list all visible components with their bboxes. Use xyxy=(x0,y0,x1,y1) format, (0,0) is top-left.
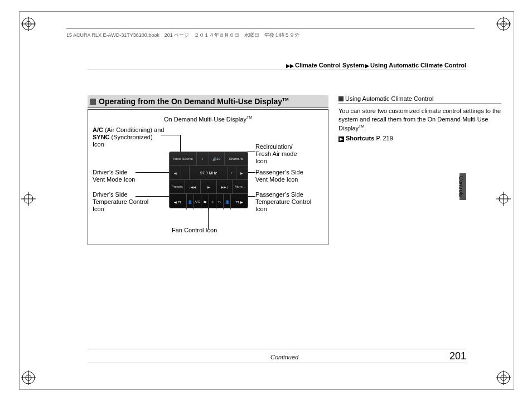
frequency-readout: 97.9 MHz xyxy=(190,166,228,179)
sync-icon[interactable]: ⇆ xyxy=(201,194,209,209)
registration-mark xyxy=(21,17,36,31)
fan-icon[interactable]: ✢ xyxy=(209,194,216,209)
play-button[interactable]: ▶ xyxy=(201,180,216,193)
registration-mark xyxy=(496,17,511,31)
screen-top-row: Audio Source ⟟ 🔊10 Shortcuts xyxy=(170,152,248,166)
driver-vent-icon[interactable]: 👤 xyxy=(187,194,194,209)
callout-driver-temp: Driver’s Side Temperature Control Icon xyxy=(93,191,159,213)
seek-left-button[interactable]: ◀ xyxy=(170,166,181,179)
next-track-button[interactable]: ▶▶| xyxy=(217,180,233,193)
tm-superscript: TM xyxy=(359,124,364,128)
screen-climate-row: ◀ 73 👤 A/C ⇆ ✢ ↻ 👤 73 ▶ xyxy=(170,194,248,209)
tm-superscript: TM xyxy=(246,115,252,119)
passenger-vent-icon[interactable]: 👤 xyxy=(224,194,231,209)
callout-pass-temp: Passenger’s Side Temperature Control Ico… xyxy=(255,191,322,213)
section-heading: Operating from the On Demand Multi-Use D… xyxy=(88,95,328,108)
crosshair-target xyxy=(496,192,511,206)
callout-fan: Fan Control Icon xyxy=(172,227,217,234)
screen-freq-row: ◀ – 97.9 MHz + ▶ xyxy=(170,166,248,180)
volume-value: 10 xyxy=(216,157,220,160)
continued-label: Continued xyxy=(270,354,298,360)
section-title-text: Operating from the On Demand Multi-Use D… xyxy=(99,97,282,106)
sidebar-column: Using Automatic Climate Control You can … xyxy=(338,95,501,143)
square-bullet-icon xyxy=(90,99,96,105)
screen-media-row: Presets |◀◀ ▶ ▶▶| More... xyxy=(170,180,248,194)
passenger-temp-control[interactable]: 73 ▶ xyxy=(231,194,248,209)
breadcrumb-rule xyxy=(88,70,466,70)
sidebar-glyph-icon xyxy=(338,96,344,101)
recirc-icon[interactable]: ↻ xyxy=(216,194,224,209)
leader-line xyxy=(247,152,255,152)
page-frame: 15 ACURA RLX E-AWD-31TY36100.book 201 ペー… xyxy=(19,11,514,390)
footer-rule-2 xyxy=(88,363,466,363)
header-rule xyxy=(66,28,475,29)
arrow-icon: ▶▶ xyxy=(286,63,294,69)
callout-driver-vent: Driver’s Side Vent Mode Icon xyxy=(93,169,159,183)
arrow-icon: ▶ xyxy=(365,63,369,69)
sidebar-period: . xyxy=(364,124,366,131)
more-button[interactable]: More... xyxy=(233,180,248,193)
volume-indicator: 🔊10 xyxy=(209,152,225,165)
sidebar-heading: Using Automatic Climate Control xyxy=(338,95,501,104)
sidebar-link: ▶Shortcuts P. 219 xyxy=(338,134,501,143)
figure-title-text: On Demand Multi-Use Display xyxy=(164,116,246,123)
link-label: Shortcuts xyxy=(346,135,374,142)
odmd-screen: Audio Source ⟟ 🔊10 Shortcuts ◀ – 97.9 MH… xyxy=(169,152,248,208)
footer-rule xyxy=(88,349,466,349)
tm-superscript: TM xyxy=(282,97,289,102)
seek-right-button[interactable]: ▶ xyxy=(236,166,248,179)
audio-source-button[interactable]: Audio Source xyxy=(170,152,197,165)
link-page-ref: P. 219 xyxy=(376,135,393,142)
callout-pass-vent: Passenger’s Side Vent Mode Icon xyxy=(255,169,322,183)
leader-line xyxy=(208,207,209,230)
presets-button[interactable]: Presets xyxy=(170,180,185,193)
tune-up-button[interactable]: + xyxy=(228,166,236,179)
figure-box: On Demand Multi-Use DisplayTM A/C (Air C… xyxy=(88,109,328,245)
callout-recirc: Recirculation/ Fresh Air mode Icon xyxy=(255,143,322,165)
link-arrow-icon: ▶ xyxy=(338,136,344,142)
leader-line xyxy=(161,135,180,135)
callout-ac-bold: A/C xyxy=(93,126,103,133)
callout-sync-bold: SYNC xyxy=(93,134,110,140)
figure-title: On Demand Multi-Use DisplayTM xyxy=(88,115,328,123)
shortcuts-button[interactable]: Shortcuts xyxy=(225,152,248,165)
sidebar-body: You can store two customized climate con… xyxy=(338,107,501,143)
breadcrumb: ▶▶Climate Control System▶Using Automatic… xyxy=(285,62,466,69)
registration-mark xyxy=(21,370,36,385)
page-number: 201 xyxy=(449,350,466,362)
ac-icon[interactable]: A/C xyxy=(194,194,201,209)
driver-temp-control[interactable]: ◀ 73 xyxy=(170,194,187,209)
breadcrumb-section: Climate Control System xyxy=(295,62,364,69)
callout-ac-sync: A/C (Air Conditioning) and SYNC (Synchro… xyxy=(93,126,165,149)
breadcrumb-page: Using Automatic Climate Control xyxy=(370,62,466,69)
header-source-line: 15 ACURA RLX E-AWD-31TY36100.book 201 ペー… xyxy=(66,32,299,39)
crosshair-target xyxy=(21,192,36,206)
sidebar-heading-text: Using Automatic Climate Control xyxy=(345,95,433,102)
registration-mark xyxy=(496,370,511,385)
callout-ac-rest: (Air Conditioning) and xyxy=(103,126,164,133)
nav-icon[interactable]: ⟟ xyxy=(197,152,209,165)
prev-track-button[interactable]: |◀◀ xyxy=(185,180,201,193)
tune-down-button[interactable]: – xyxy=(181,166,190,179)
thumb-tab-label: Controls xyxy=(458,176,464,197)
